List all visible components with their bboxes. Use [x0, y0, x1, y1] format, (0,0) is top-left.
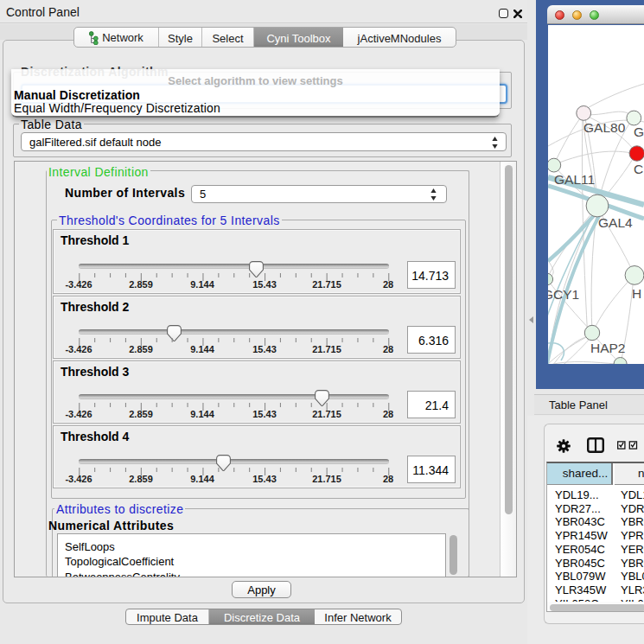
svg-text:HAP2: HAP2 [590, 341, 626, 355]
svg-text:GAL80: GAL80 [583, 120, 626, 135]
svg-text:G...: G... [634, 124, 644, 139]
svg-text:GAL4: GAL4 [598, 215, 633, 230]
svg-text:C: C [634, 162, 643, 176]
svg-text:GAL11: GAL11 [554, 172, 595, 187]
svg-text:H: H [632, 286, 641, 301]
svg-text:GCY1: GCY1 [548, 287, 579, 302]
